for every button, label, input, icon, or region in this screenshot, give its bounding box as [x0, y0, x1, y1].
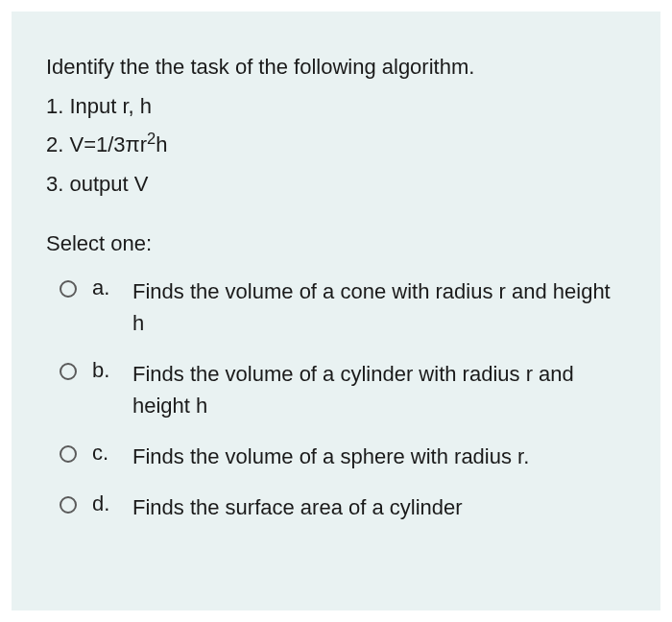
radio-c[interactable] — [60, 445, 77, 463]
option-d[interactable]: d. Finds the surface area of a cylinder — [60, 491, 626, 523]
option-text-d: Finds the surface area of a cylinder — [132, 491, 463, 523]
question-box: Identify the the task of the following a… — [12, 12, 660, 610]
option-text-c: Finds the volume of a sphere with radius… — [132, 441, 529, 472]
option-c[interactable]: c. Finds the volume of a sphere with rad… — [60, 441, 626, 472]
algorithm-step-1: 1. Input r, h — [46, 87, 626, 127]
options-list: a. Finds the volume of a cone with radiu… — [46, 275, 626, 523]
option-letter-a: a. — [92, 275, 117, 300]
option-a[interactable]: a. Finds the volume of a cone with radiu… — [60, 275, 626, 339]
option-letter-d: d. — [92, 491, 117, 516]
option-text-a: Finds the volume of a cone with radius r… — [132, 275, 626, 339]
question-prompt: Identify the the task of the following a… — [46, 48, 626, 87]
select-one-label: Select one: — [46, 231, 626, 256]
option-b[interactable]: b. Finds the volume of a cylinder with r… — [60, 358, 626, 421]
question-stem: Identify the the task of the following a… — [46, 48, 626, 204]
option-letter-c: c. — [92, 441, 117, 466]
radio-d[interactable] — [60, 496, 77, 514]
radio-a[interactable] — [60, 280, 77, 298]
algorithm-step-3: 3. output V — [46, 165, 626, 204]
option-text-b: Finds the volume of a cylinder with radi… — [132, 358, 626, 421]
radio-b[interactable] — [60, 363, 77, 380]
option-letter-b: b. — [92, 358, 117, 383]
algorithm-step-2: 2. V=1/3πr2h — [46, 126, 626, 165]
